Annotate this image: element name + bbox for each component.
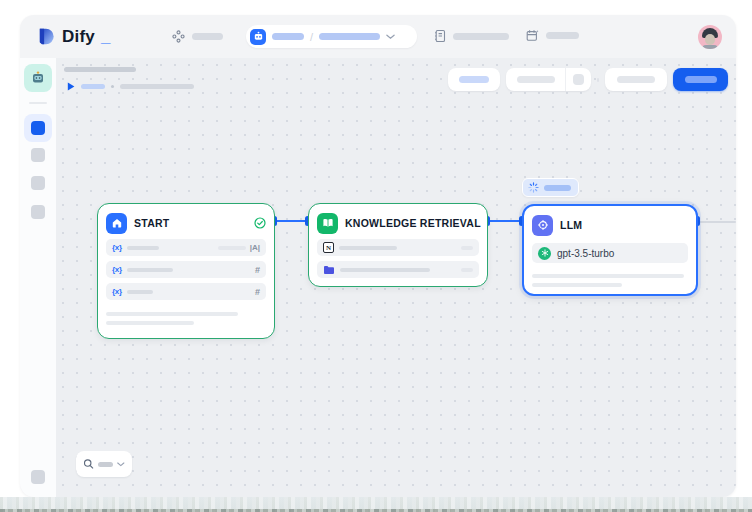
type-indicator: |A| — [250, 243, 260, 252]
current-app-icon[interactable] — [24, 64, 52, 92]
spinner-icon — [528, 182, 539, 193]
workspace-switcher[interactable] — [172, 30, 223, 43]
llm-brain-icon — [532, 215, 553, 236]
node-title: LLM — [560, 219, 688, 231]
sidebar-divider — [29, 102, 47, 104]
workflow-name-placeholder — [319, 33, 380, 40]
zoom-magnifier-icon — [83, 458, 94, 470]
variable-name-placeholder — [127, 246, 159, 250]
run-app-split-button[interactable] — [506, 68, 591, 91]
variable-row[interactable]: {x} |A| — [106, 239, 266, 256]
type-indicator: # — [255, 265, 260, 275]
avatar-face — [705, 34, 715, 45]
brand-name: Dify — [62, 27, 95, 47]
dot-separator — [111, 85, 114, 88]
node-description-placeholder — [106, 312, 238, 316]
preview-button[interactable] — [605, 68, 667, 91]
node-running-badge — [522, 178, 579, 197]
node-start[interactable]: START {x} |A| — [97, 203, 275, 339]
dify-logo-icon — [36, 26, 57, 47]
dataset-meta-placeholder — [461, 268, 473, 272]
variable-value-placeholder — [218, 246, 246, 250]
run-app-label-placeholder — [517, 76, 555, 83]
running-label-placeholder — [544, 185, 571, 191]
app-switcher-pill[interactable]: / — [246, 25, 417, 48]
run-app-menu-segment[interactable] — [566, 68, 591, 91]
docs-link[interactable] — [434, 29, 509, 43]
node-description-placeholder — [532, 274, 684, 278]
last-run-status[interactable] — [67, 81, 194, 91]
user-avatar[interactable] — [698, 25, 722, 49]
workflow-block-icon — [31, 121, 45, 135]
node-title: KNOWLEDGE RETRIEVAL — [345, 217, 481, 229]
brand-cursor: _ — [101, 27, 110, 47]
node-knowledge-retrieval[interactable]: KNOWLEDGE RETRIEVAL N — [308, 203, 488, 287]
play-icon — [67, 82, 75, 91]
chevron-down-icon[interactable] — [386, 34, 395, 40]
docs-label-placeholder — [453, 33, 509, 40]
type-indicator: # — [255, 287, 260, 297]
breadcrumb-divider: / — [310, 31, 313, 43]
run-label-placeholder — [81, 84, 105, 89]
preview-label-placeholder — [617, 76, 655, 83]
zoom-control[interactable] — [76, 451, 132, 477]
model-name: gpt-3.5-turbo — [557, 248, 614, 259]
workflow-icon — [172, 30, 185, 43]
dataset-name-placeholder — [340, 268, 430, 272]
dataset-row[interactable] — [317, 261, 479, 278]
schedule-link[interactable] — [526, 29, 579, 42]
notion-letter: N — [326, 244, 331, 252]
node-description-placeholder — [532, 283, 622, 287]
bottom-noise-band — [0, 497, 752, 512]
menu-square-icon — [573, 74, 584, 85]
node-description-placeholder — [106, 321, 194, 325]
toolbar-separator — [597, 78, 599, 82]
sidebar-item-placeholder-1[interactable] — [31, 148, 45, 162]
notion-icon: N — [323, 242, 334, 253]
app-robot-icon — [250, 29, 266, 45]
schedule-label-placeholder — [546, 32, 579, 39]
variable-icon: {x} — [112, 265, 122, 274]
sidebar-item-placeholder-bottom[interactable] — [31, 470, 45, 484]
variable-row[interactable]: {x} # — [106, 261, 266, 278]
left-sidebar — [20, 58, 56, 497]
dify-logo: Dify _ — [36, 26, 110, 47]
variable-icon: {x} — [112, 287, 122, 296]
variable-name-placeholder — [127, 290, 153, 294]
model-selector[interactable]: gpt-3.5-turbo — [532, 243, 688, 263]
variable-row[interactable]: {x} # — [106, 283, 266, 300]
book-icon — [317, 213, 338, 234]
run-time-placeholder — [120, 84, 194, 89]
variable-name-placeholder — [127, 268, 173, 272]
features-label-placeholder — [459, 76, 489, 83]
edge-start-to-knowledge — [275, 220, 308, 222]
workflow-title-placeholder — [64, 67, 136, 72]
node-llm[interactable]: LLM gpt-3.5-turbo — [522, 204, 698, 296]
edge-knowledge-to-llm — [488, 220, 522, 222]
variable-icon: {x} — [112, 243, 122, 252]
dataset-meta-placeholder — [461, 246, 473, 250]
folder-icon — [323, 265, 335, 275]
app-name-placeholder — [272, 33, 304, 40]
calendar-plus-icon — [526, 29, 539, 42]
top-navbar: Dify _ / — [20, 15, 736, 58]
workspace-name-placeholder — [192, 33, 223, 40]
workflow-canvas[interactable]: START {x} |A| — [56, 58, 736, 497]
sidebar-item-workflow-active[interactable] — [24, 114, 52, 142]
sidebar-item-placeholder-2[interactable] — [31, 176, 45, 190]
app-window: Dify _ / — [20, 15, 736, 497]
chevron-down-icon[interactable] — [117, 462, 125, 467]
run-app-main-segment[interactable] — [506, 68, 565, 91]
features-button[interactable] — [448, 68, 500, 91]
home-icon — [106, 213, 127, 234]
page-background: Dify _ / — [0, 0, 752, 512]
sidebar-item-placeholder-3[interactable] — [31, 205, 45, 219]
dataset-row[interactable]: N — [317, 239, 479, 256]
publish-label-placeholder — [685, 76, 717, 83]
dataset-name-placeholder — [339, 246, 397, 250]
zoom-level-placeholder — [98, 462, 113, 467]
notebook-icon — [434, 29, 446, 43]
node-title: START — [134, 217, 247, 229]
publish-button[interactable] — [673, 68, 728, 91]
canvas-toolbar — [448, 68, 728, 91]
